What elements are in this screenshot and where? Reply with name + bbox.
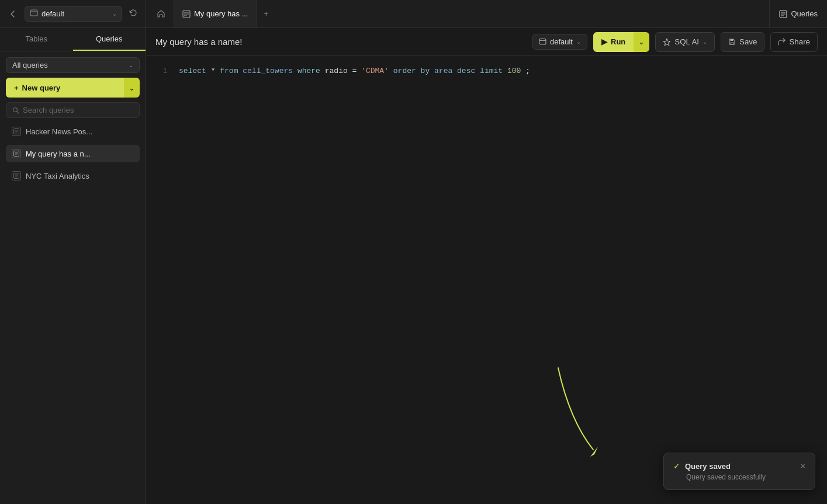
code-content: select * from cell_towers where radio = … — [179, 65, 530, 78]
filter-label: All queries — [12, 61, 48, 69]
query-item-label: NYC Taxi Analytics — [26, 172, 89, 180]
query-item-label: Hacker News Pos... — [26, 127, 92, 136]
query-icon-1 — [12, 127, 21, 136]
code-editor[interactable]: 1 select * from cell_towers where radio … — [146, 56, 827, 504]
db-name: default — [41, 9, 64, 18]
top-bar-left: default ⌄ — [0, 0, 146, 27]
sidebar-tabs: Tables Queries — [0, 28, 146, 51]
db-chevron-icon: ⌄ — [112, 11, 117, 17]
query-title: My query has a name! — [155, 37, 242, 47]
db-badge-icon — [539, 38, 546, 46]
new-query-label: New query — [22, 84, 61, 92]
svg-line-11 — [17, 112, 19, 113]
list-item[interactable]: My query has a n... — [6, 145, 140, 162]
db-icon — [30, 9, 38, 19]
filter-chevron-icon: ⌄ — [129, 62, 133, 68]
search-wrap — [6, 102, 140, 118]
line-number: 1 — [155, 66, 167, 77]
svg-rect-26 — [731, 43, 733, 44]
new-query-button[interactable]: + New query — [6, 78, 124, 98]
run-label: Run — [611, 37, 625, 46]
sql-ai-label: SQL AI — [674, 37, 699, 46]
home-tab[interactable] — [148, 0, 174, 27]
toast-message: Query saved successfully — [673, 473, 805, 481]
active-tab-label: My query has ... — [194, 9, 248, 18]
query-icon-2 — [12, 149, 21, 158]
add-icon: + — [264, 9, 268, 18]
sql-ai-button[interactable]: SQL AI ⌄ — [655, 32, 715, 52]
sidebar-body: All queries ⌄ + New query ⌄ — [0, 51, 146, 504]
new-query-dropdown-chevron: ⌄ — [129, 84, 135, 92]
svg-rect-24 — [539, 39, 546, 45]
new-query-row: + New query ⌄ — [6, 78, 140, 98]
save-label: Save — [739, 37, 757, 46]
filter-dropdown[interactable]: All queries ⌄ — [6, 57, 140, 73]
share-button[interactable]: Share — [770, 32, 818, 52]
sidebar: Tables Queries All queries ⌄ + New query… — [0, 28, 146, 504]
add-tab-button[interactable]: + — [257, 0, 275, 27]
run-button-group: ▶ Run ⌄ — [593, 32, 649, 52]
editor-area: My query has a name! default ⌄ ▶ Run ⌄ — [146, 28, 827, 504]
list-item[interactable]: Hacker News Pos... — [6, 123, 140, 140]
refresh-button[interactable] — [127, 6, 140, 21]
tab-tables[interactable]: Tables — [0, 28, 73, 51]
toast-notification: ✓ Query saved × Query saved successfully — [663, 453, 815, 490]
svg-rect-27 — [731, 39, 733, 41]
svg-rect-0 — [30, 10, 37, 16]
save-icon — [728, 38, 736, 46]
plus-icon: + — [14, 84, 19, 92]
query-item-label: My query has a n... — [26, 150, 91, 158]
code-line-1: 1 select * from cell_towers where radio … — [146, 65, 827, 78]
list-item[interactable]: NYC Taxi Analytics — [6, 167, 140, 185]
active-tab[interactable]: My query has ... — [174, 0, 257, 27]
queries-label: Queries — [791, 9, 818, 18]
toast-close-button[interactable]: × — [801, 461, 805, 471]
sql-ai-icon — [663, 38, 671, 46]
editor-db-chevron-icon: ⌄ — [576, 39, 581, 45]
search-input[interactable] — [23, 106, 133, 114]
editor-header: My query has a name! default ⌄ ▶ Run ⌄ — [146, 28, 827, 56]
toast-check-icon: ✓ — [673, 461, 680, 471]
main-content: Tables Queries All queries ⌄ + New query… — [0, 28, 827, 504]
share-label: Share — [789, 37, 810, 46]
share-icon — [778, 38, 786, 46]
tabs-area: My query has ... + Queries — [146, 0, 827, 27]
run-dropdown-chevron-icon: ⌄ — [638, 37, 645, 46]
query-icon-3 — [12, 171, 21, 180]
top-bar: default ⌄ My query has ... + — [0, 0, 827, 28]
tab-queries[interactable]: Queries — [73, 28, 146, 51]
run-main-button[interactable]: ▶ Run — [593, 32, 634, 52]
back-button[interactable] — [6, 7, 20, 21]
editor-db-selector[interactable]: default ⌄ — [532, 34, 587, 50]
queries-button[interactable]: Queries — [769, 0, 827, 27]
editor-db-name: default — [550, 37, 573, 46]
sql-ai-chevron-icon: ⌄ — [703, 39, 707, 45]
save-button[interactable]: Save — [721, 32, 764, 52]
run-dropdown-button[interactable]: ⌄ — [634, 32, 649, 52]
new-query-dropdown-button[interactable]: ⌄ — [124, 78, 140, 98]
svg-point-10 — [13, 107, 18, 112]
db-selector[interactable]: default ⌄ — [25, 6, 122, 22]
toast-header: ✓ Query saved × — [673, 461, 805, 471]
run-play-icon: ▶ — [601, 37, 607, 46]
search-icon — [12, 107, 19, 114]
toast-title: Query saved — [685, 462, 731, 471]
